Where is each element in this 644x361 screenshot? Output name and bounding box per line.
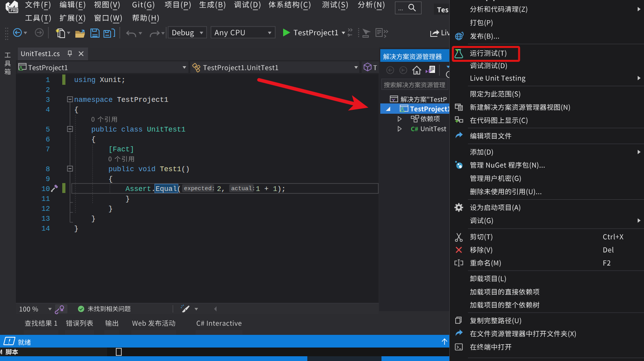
- svg-text:1: 1: [46, 76, 50, 84]
- svg-text:public void: public void: [108, 165, 155, 173]
- svg-text:}: }: [74, 195, 130, 203]
- svg-text:,: ,: [221, 185, 226, 193]
- svg-text:10: 10: [41, 185, 50, 193]
- svg-text:.: .: [151, 185, 155, 193]
- svg-text:TestProject1: TestProject1: [113, 96, 168, 104]
- svg-text:14: 14: [41, 225, 50, 233]
- svg-text:{: {: [74, 136, 96, 143]
- svg-text:7: 7: [46, 145, 50, 153]
- svg-text:(: (: [177, 185, 181, 193]
- svg-text:5: 5: [46, 126, 50, 134]
- svg-text:using: using: [74, 76, 96, 84]
- svg-text:Equal: Equal: [155, 185, 177, 193]
- svg-text:3: 3: [46, 96, 50, 104]
- svg-text:public class: public class: [91, 126, 143, 134]
- svg-text:6: 6: [46, 136, 50, 143]
- svg-text:12: 12: [41, 205, 50, 213]
- svg-text:{: {: [74, 175, 113, 183]
- svg-text:2: 2: [46, 86, 50, 94]
- svg-text:4: 4: [46, 106, 50, 114]
- svg-text:Assert: Assert: [126, 185, 151, 193]
- svg-text:2: 2: [217, 185, 221, 193]
- svg-text:Test1: Test1: [160, 165, 181, 173]
- svg-text:9: 9: [46, 175, 50, 183]
- svg-text:}: }: [74, 225, 79, 233]
- svg-text:}: }: [74, 215, 96, 223]
- svg-text:(): (): [181, 165, 190, 173]
- svg-text:1: 1: [256, 185, 260, 193]
- svg-text:8: 8: [46, 165, 50, 173]
- svg-text:[Fact]: [Fact]: [108, 145, 134, 153]
- svg-text:);: );: [277, 185, 286, 193]
- svg-text:UnitTest1: UnitTest1: [147, 126, 186, 134]
- svg-text:namespace: namespace: [74, 96, 113, 104]
- svg-text:11: 11: [41, 195, 50, 203]
- svg-text:}: }: [74, 205, 113, 213]
- svg-text:{: {: [74, 106, 79, 114]
- svg-text:13: 13: [41, 215, 50, 223]
- svg-text:Xunit;: Xunit;: [96, 76, 126, 84]
- svg-text:actual:: actual:: [231, 185, 255, 192]
- svg-text:+: +: [260, 185, 273, 193]
- svg-text:1: 1: [273, 185, 277, 193]
- svg-text:expected:: expected:: [184, 185, 215, 192]
